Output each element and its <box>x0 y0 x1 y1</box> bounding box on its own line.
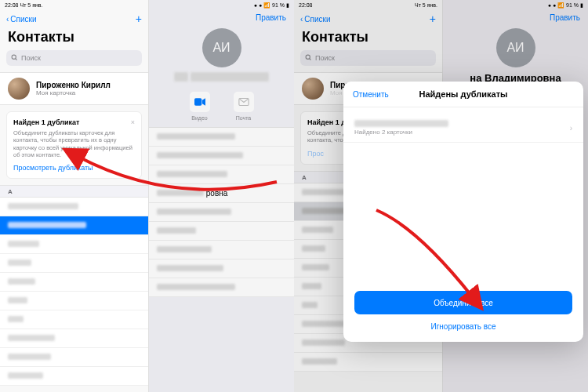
back-button[interactable]: ‹ Списки <box>6 15 37 24</box>
list-item[interactable] <box>0 254 148 273</box>
status-bar: ● ● 📶 91 % ▮ <box>149 0 294 10</box>
index-a: А <box>0 185 148 198</box>
avatar <box>302 78 324 100</box>
list-item[interactable] <box>149 203 294 222</box>
svg-point-0 <box>12 55 16 59</box>
video-icon <box>190 92 210 112</box>
my-card-sub: Моя карточка <box>36 89 111 96</box>
list-item[interactable] <box>0 310 148 329</box>
avatar: АИ <box>202 28 241 67</box>
list-item[interactable] <box>0 367 148 386</box>
chevron-left-icon: ‹ <box>300 15 303 24</box>
list-item[interactable] <box>0 329 148 348</box>
list-item[interactable] <box>0 348 148 367</box>
duplicates-card: Найден 1 дубликат × Объедините дубликаты… <box>6 111 142 179</box>
modal-title: Найдены дубликаты <box>419 89 508 99</box>
my-card[interactable]: Пироженко Кирилл Моя карточка <box>0 72 148 105</box>
svg-point-4 <box>306 55 310 59</box>
close-icon[interactable]: × <box>131 118 135 126</box>
duplicate-row[interactable]: Найдено 2 карточки › <box>343 114 583 143</box>
list-item[interactable]: ровна <box>149 184 294 203</box>
status-date: Чт 5 янв. <box>415 2 437 8</box>
duplicate-name <box>354 120 448 127</box>
list-item[interactable] <box>294 353 442 372</box>
svg-line-1 <box>16 58 17 60</box>
status-time: 22:08 <box>299 2 313 8</box>
page-title: Контакты <box>294 27 442 50</box>
battery-level: ● ● 📶 91 % ▮ <box>254 2 289 9</box>
cancel-button[interactable]: Отменить <box>353 90 389 99</box>
search-input[interactable]: Поиск <box>300 50 436 66</box>
list-item[interactable] <box>149 165 294 184</box>
merge-all-button[interactable]: Объединить все <box>354 291 572 314</box>
svg-line-5 <box>310 58 311 60</box>
avatar <box>8 78 30 100</box>
list-item[interactable] <box>149 278 294 297</box>
status-date: Чт 5 янв. <box>20 2 43 8</box>
list-item[interactable] <box>0 292 148 310</box>
search-icon <box>11 54 18 63</box>
page-title: Контакты <box>0 27 148 50</box>
duplicate-count: Найдено 2 карточки <box>354 129 448 136</box>
add-button[interactable]: + <box>136 13 142 25</box>
mail-button[interactable]: Почта <box>234 92 254 121</box>
edit-button[interactable]: Править <box>149 10 294 25</box>
search-input[interactable]: Поиск <box>6 50 142 66</box>
search-placeholder: Поиск <box>21 54 41 62</box>
list-item[interactable] <box>149 260 294 278</box>
list-item[interactable] <box>149 222 294 241</box>
avatar: АИ <box>496 28 535 67</box>
back-button[interactable]: ‹ Списки <box>300 15 331 24</box>
list-item[interactable] <box>149 128 294 147</box>
duplicates-modal: Отменить Найдены дубликаты Найдено 2 кар… <box>343 82 583 342</box>
status-bar: ● ● 📶 91 % ▮ <box>443 0 588 10</box>
search-icon <box>305 54 312 63</box>
add-button[interactable]: + <box>430 13 436 25</box>
list-item[interactable] <box>149 241 294 260</box>
back-label: Списки <box>10 15 36 24</box>
ignore-all-button[interactable]: Игнорировать все <box>430 322 495 331</box>
chevron-right-icon: › <box>570 124 572 132</box>
mail-icon <box>234 92 254 112</box>
my-card-name: Пироженко Кирилл <box>36 81 111 89</box>
svg-rect-2 <box>194 98 201 105</box>
status-time: 22:08 <box>5 2 19 8</box>
contact-name <box>149 72 294 84</box>
duplicates-title: Найден 1 дубликат <box>13 118 80 126</box>
list-item[interactable] <box>0 273 148 292</box>
view-duplicates-link[interactable]: Просмотреть дубликаты <box>13 164 135 172</box>
list-item[interactable] <box>0 216 148 235</box>
list-item[interactable] <box>0 235 148 254</box>
edit-button[interactable]: Править <box>443 10 588 25</box>
duplicates-desc: Объедините дубликаты карточек для контак… <box>13 129 135 159</box>
status-bar: 22:08 Чт 5 янв. <box>294 0 442 10</box>
list-item[interactable] <box>149 147 294 165</box>
status-bar: 22:08 Чт 5 янв. <box>0 0 148 10</box>
video-call-button[interactable]: Видео <box>190 92 210 121</box>
list-item[interactable] <box>0 198 148 216</box>
chevron-left-icon: ‹ <box>6 15 9 24</box>
